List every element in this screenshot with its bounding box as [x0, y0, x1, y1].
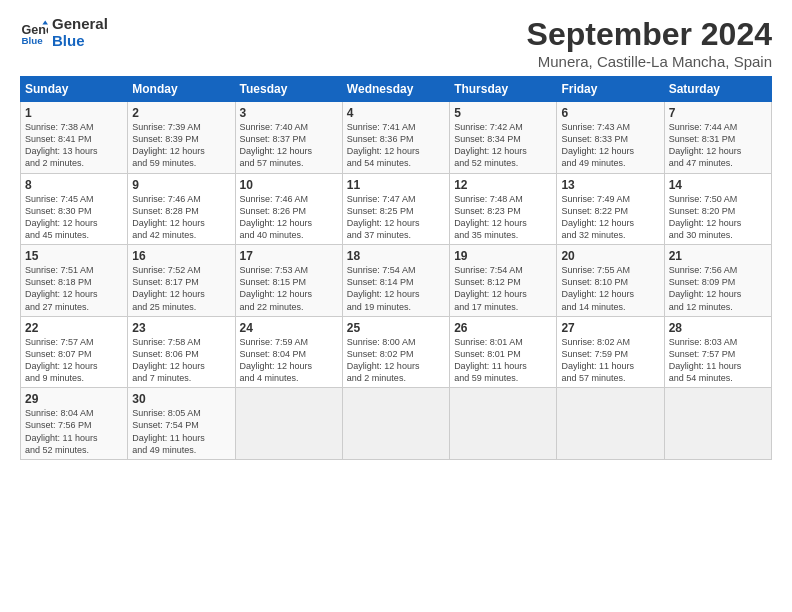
day-info: Sunrise: 7:54 AM Sunset: 8:12 PM Dayligh… [454, 264, 552, 313]
calendar-cell: 8Sunrise: 7:45 AM Sunset: 8:30 PM Daylig… [21, 173, 128, 245]
page: General Blue General Blue September 2024… [0, 0, 792, 612]
calendar-cell: 22Sunrise: 7:57 AM Sunset: 8:07 PM Dayli… [21, 316, 128, 388]
logo-line2: Blue [52, 33, 108, 50]
day-info: Sunrise: 7:59 AM Sunset: 8:04 PM Dayligh… [240, 336, 338, 385]
day-info: Sunrise: 7:38 AM Sunset: 8:41 PM Dayligh… [25, 121, 123, 170]
logo-line1: General [52, 16, 108, 33]
day-info: Sunrise: 7:40 AM Sunset: 8:37 PM Dayligh… [240, 121, 338, 170]
main-title: September 2024 [527, 16, 772, 53]
weekday-header: Tuesday [235, 77, 342, 102]
day-info: Sunrise: 7:41 AM Sunset: 8:36 PM Dayligh… [347, 121, 445, 170]
day-number: 30 [132, 392, 230, 406]
calendar-cell: 28Sunrise: 8:03 AM Sunset: 7:57 PM Dayli… [664, 316, 771, 388]
calendar-cell [557, 388, 664, 460]
day-info: Sunrise: 8:03 AM Sunset: 7:57 PM Dayligh… [669, 336, 767, 385]
calendar-week-row: 8Sunrise: 7:45 AM Sunset: 8:30 PM Daylig… [21, 173, 772, 245]
day-info: Sunrise: 7:57 AM Sunset: 8:07 PM Dayligh… [25, 336, 123, 385]
day-info: Sunrise: 7:49 AM Sunset: 8:22 PM Dayligh… [561, 193, 659, 242]
day-number: 3 [240, 106, 338, 120]
day-info: Sunrise: 7:51 AM Sunset: 8:18 PM Dayligh… [25, 264, 123, 313]
day-number: 21 [669, 249, 767, 263]
calendar-cell: 5Sunrise: 7:42 AM Sunset: 8:34 PM Daylig… [450, 102, 557, 174]
calendar-cell: 15Sunrise: 7:51 AM Sunset: 8:18 PM Dayli… [21, 245, 128, 317]
day-number: 27 [561, 321, 659, 335]
calendar-cell: 19Sunrise: 7:54 AM Sunset: 8:12 PM Dayli… [450, 245, 557, 317]
day-info: Sunrise: 7:56 AM Sunset: 8:09 PM Dayligh… [669, 264, 767, 313]
calendar-cell: 2Sunrise: 7:39 AM Sunset: 8:39 PM Daylig… [128, 102, 235, 174]
day-number: 23 [132, 321, 230, 335]
calendar-cell: 24Sunrise: 7:59 AM Sunset: 8:04 PM Dayli… [235, 316, 342, 388]
day-info: Sunrise: 7:45 AM Sunset: 8:30 PM Dayligh… [25, 193, 123, 242]
day-number: 22 [25, 321, 123, 335]
calendar-cell: 29Sunrise: 8:04 AM Sunset: 7:56 PM Dayli… [21, 388, 128, 460]
calendar-week-row: 1Sunrise: 7:38 AM Sunset: 8:41 PM Daylig… [21, 102, 772, 174]
calendar-cell: 25Sunrise: 8:00 AM Sunset: 8:02 PM Dayli… [342, 316, 449, 388]
day-info: Sunrise: 8:05 AM Sunset: 7:54 PM Dayligh… [132, 407, 230, 456]
calendar-week-row: 15Sunrise: 7:51 AM Sunset: 8:18 PM Dayli… [21, 245, 772, 317]
day-info: Sunrise: 7:43 AM Sunset: 8:33 PM Dayligh… [561, 121, 659, 170]
day-number: 8 [25, 178, 123, 192]
subtitle: Munera, Castille-La Mancha, Spain [527, 53, 772, 70]
calendar-cell: 3Sunrise: 7:40 AM Sunset: 8:37 PM Daylig… [235, 102, 342, 174]
calendar-cell: 4Sunrise: 7:41 AM Sunset: 8:36 PM Daylig… [342, 102, 449, 174]
day-number: 2 [132, 106, 230, 120]
day-info: Sunrise: 7:47 AM Sunset: 8:25 PM Dayligh… [347, 193, 445, 242]
calendar-cell: 20Sunrise: 7:55 AM Sunset: 8:10 PM Dayli… [557, 245, 664, 317]
weekday-header: Wednesday [342, 77, 449, 102]
day-number: 26 [454, 321, 552, 335]
calendar-cell [235, 388, 342, 460]
header: General Blue General Blue September 2024… [20, 16, 772, 70]
logo: General Blue General Blue [20, 16, 108, 49]
calendar-cell: 26Sunrise: 8:01 AM Sunset: 8:01 PM Dayli… [450, 316, 557, 388]
day-info: Sunrise: 7:50 AM Sunset: 8:20 PM Dayligh… [669, 193, 767, 242]
logo-icon: General Blue [20, 19, 48, 47]
calendar-cell: 16Sunrise: 7:52 AM Sunset: 8:17 PM Dayli… [128, 245, 235, 317]
calendar-cell [450, 388, 557, 460]
day-number: 15 [25, 249, 123, 263]
calendar-cell: 12Sunrise: 7:48 AM Sunset: 8:23 PM Dayli… [450, 173, 557, 245]
calendar-cell: 11Sunrise: 7:47 AM Sunset: 8:25 PM Dayli… [342, 173, 449, 245]
day-number: 13 [561, 178, 659, 192]
calendar-cell: 17Sunrise: 7:53 AM Sunset: 8:15 PM Dayli… [235, 245, 342, 317]
calendar-cell: 14Sunrise: 7:50 AM Sunset: 8:20 PM Dayli… [664, 173, 771, 245]
calendar-cell: 18Sunrise: 7:54 AM Sunset: 8:14 PM Dayli… [342, 245, 449, 317]
weekday-header: Monday [128, 77, 235, 102]
day-info: Sunrise: 7:54 AM Sunset: 8:14 PM Dayligh… [347, 264, 445, 313]
day-number: 18 [347, 249, 445, 263]
day-info: Sunrise: 8:02 AM Sunset: 7:59 PM Dayligh… [561, 336, 659, 385]
weekday-header: Friday [557, 77, 664, 102]
day-number: 10 [240, 178, 338, 192]
day-info: Sunrise: 8:04 AM Sunset: 7:56 PM Dayligh… [25, 407, 123, 456]
weekday-header-row: SundayMondayTuesdayWednesdayThursdayFrid… [21, 77, 772, 102]
day-info: Sunrise: 7:53 AM Sunset: 8:15 PM Dayligh… [240, 264, 338, 313]
day-info: Sunrise: 7:55 AM Sunset: 8:10 PM Dayligh… [561, 264, 659, 313]
calendar-cell [664, 388, 771, 460]
title-block: September 2024 Munera, Castille-La Manch… [527, 16, 772, 70]
calendar-week-row: 29Sunrise: 8:04 AM Sunset: 7:56 PM Dayli… [21, 388, 772, 460]
calendar-cell: 23Sunrise: 7:58 AM Sunset: 8:06 PM Dayli… [128, 316, 235, 388]
day-number: 17 [240, 249, 338, 263]
day-number: 4 [347, 106, 445, 120]
day-number: 20 [561, 249, 659, 263]
day-info: Sunrise: 7:42 AM Sunset: 8:34 PM Dayligh… [454, 121, 552, 170]
calendar: SundayMondayTuesdayWednesdayThursdayFrid… [20, 76, 772, 460]
day-number: 24 [240, 321, 338, 335]
calendar-cell: 9Sunrise: 7:46 AM Sunset: 8:28 PM Daylig… [128, 173, 235, 245]
day-number: 5 [454, 106, 552, 120]
calendar-cell: 1Sunrise: 7:38 AM Sunset: 8:41 PM Daylig… [21, 102, 128, 174]
day-info: Sunrise: 7:48 AM Sunset: 8:23 PM Dayligh… [454, 193, 552, 242]
day-number: 6 [561, 106, 659, 120]
day-number: 12 [454, 178, 552, 192]
calendar-cell: 7Sunrise: 7:44 AM Sunset: 8:31 PM Daylig… [664, 102, 771, 174]
calendar-cell: 13Sunrise: 7:49 AM Sunset: 8:22 PM Dayli… [557, 173, 664, 245]
calendar-cell: 10Sunrise: 7:46 AM Sunset: 8:26 PM Dayli… [235, 173, 342, 245]
svg-text:Blue: Blue [21, 35, 43, 46]
day-info: Sunrise: 7:44 AM Sunset: 8:31 PM Dayligh… [669, 121, 767, 170]
weekday-header: Thursday [450, 77, 557, 102]
day-info: Sunrise: 7:52 AM Sunset: 8:17 PM Dayligh… [132, 264, 230, 313]
calendar-cell: 27Sunrise: 8:02 AM Sunset: 7:59 PM Dayli… [557, 316, 664, 388]
calendar-cell: 30Sunrise: 8:05 AM Sunset: 7:54 PM Dayli… [128, 388, 235, 460]
day-number: 28 [669, 321, 767, 335]
calendar-week-row: 22Sunrise: 7:57 AM Sunset: 8:07 PM Dayli… [21, 316, 772, 388]
day-number: 25 [347, 321, 445, 335]
